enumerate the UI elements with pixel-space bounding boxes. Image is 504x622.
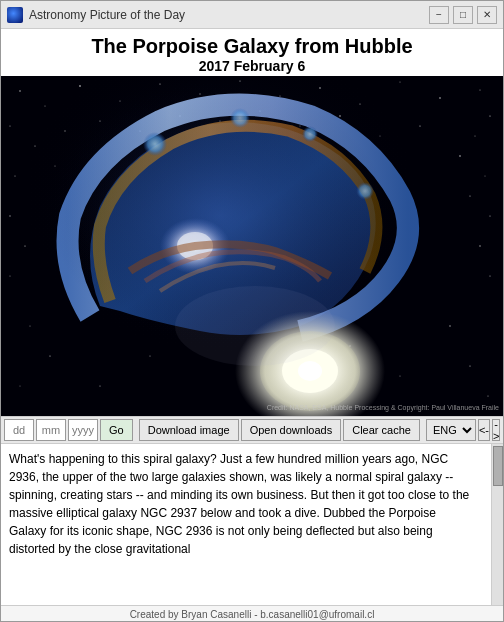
svg-point-24 [9, 215, 10, 216]
month-input[interactable] [36, 419, 66, 441]
svg-point-63 [175, 286, 335, 366]
svg-point-19 [475, 136, 476, 137]
svg-point-40 [49, 355, 50, 356]
description-wrapper: What's happening to this spiral galaxy? … [1, 444, 503, 605]
svg-point-27 [490, 276, 491, 277]
download-button[interactable]: Download image [139, 419, 239, 441]
minimize-button[interactable]: − [429, 6, 449, 24]
svg-point-2 [45, 106, 46, 107]
scrollbar-thumb[interactable] [493, 446, 503, 486]
go-button[interactable]: Go [100, 419, 133, 441]
svg-point-39 [30, 326, 31, 327]
language-select[interactable]: ENG ESP [426, 419, 476, 441]
svg-point-26 [9, 275, 10, 276]
app-icon [7, 7, 23, 23]
title-bar-text: Astronomy Picture of the Day [29, 8, 429, 22]
close-button[interactable]: ✕ [477, 6, 497, 24]
svg-point-20 [459, 155, 460, 156]
svg-point-1 [19, 90, 20, 91]
svg-point-47 [150, 356, 151, 357]
day-input[interactable] [4, 419, 34, 441]
main-title: The Porpoise Galaxy from Hubble [1, 35, 503, 58]
svg-point-18 [489, 115, 490, 116]
svg-point-21 [485, 176, 486, 177]
svg-point-42 [449, 325, 450, 326]
svg-point-12 [439, 97, 440, 98]
toolbar: Go Download image Open downloads Clear c… [1, 416, 503, 444]
svg-point-62 [298, 361, 322, 381]
svg-point-17 [15, 176, 16, 177]
svg-point-43 [470, 366, 471, 367]
open-downloads-button[interactable]: Open downloads [241, 419, 342, 441]
maximize-button[interactable]: □ [453, 6, 473, 24]
svg-point-22 [469, 195, 470, 196]
image-credit: Credit: NASA, ESA, Hubble Processing & C… [267, 403, 499, 412]
galaxy-image [1, 76, 503, 416]
galaxy-svg [1, 76, 503, 416]
svg-point-23 [490, 216, 491, 217]
year-input[interactable] [68, 419, 98, 441]
footer-credit: Created by Bryan Casanelli - b.casanelli… [130, 609, 375, 620]
prev-button[interactable]: <- [478, 419, 490, 441]
svg-point-46 [399, 375, 400, 376]
footer: Created by Bryan Casanelli - b.casanelli… [1, 605, 503, 622]
clear-cache-button[interactable]: Clear cache [343, 419, 420, 441]
next-button[interactable]: -> [492, 419, 500, 441]
window-controls: − □ ✕ [429, 6, 497, 24]
svg-point-44 [487, 395, 488, 396]
description-text: What's happening to this spiral galaxy? … [1, 444, 491, 605]
svg-point-41 [20, 386, 21, 387]
app-content: The Porpoise Galaxy from Hubble 2017 Feb… [1, 29, 503, 622]
apod-date: 2017 February 6 [1, 58, 503, 74]
title-bar: Astronomy Picture of the Day − □ ✕ [1, 1, 503, 29]
svg-point-45 [100, 386, 101, 387]
svg-point-11 [399, 81, 400, 82]
svg-point-28 [479, 245, 480, 246]
svg-point-30 [419, 125, 420, 126]
svg-point-14 [9, 125, 10, 126]
scrollbar[interactable] [491, 444, 503, 605]
app-title-area: The Porpoise Galaxy from Hubble 2017 Feb… [1, 29, 503, 76]
image-container: Credit: NASA, ESA, Hubble Processing & C… [1, 76, 503, 416]
svg-point-13 [480, 90, 481, 91]
svg-point-25 [25, 246, 26, 247]
